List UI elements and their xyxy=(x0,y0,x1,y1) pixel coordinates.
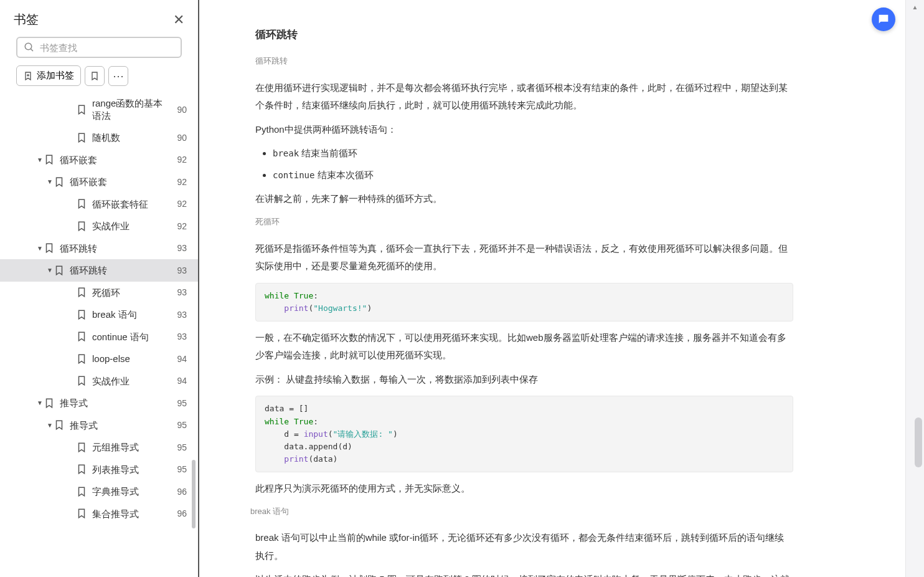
svg-line-1 xyxy=(31,49,33,51)
expand-caret-icon[interactable]: ▼ xyxy=(46,178,54,185)
bookmark-label: 随机数 xyxy=(92,131,172,144)
bookmark-label: 字典推导式 xyxy=(92,485,172,498)
bookmark-item[interactable]: ▼循环跳转93 xyxy=(0,259,198,282)
sub-heading: break 语句 xyxy=(250,504,793,520)
search-icon xyxy=(24,42,35,53)
document-viewport[interactable]: 循环跳转 循环跳转 在使用循环进行实现逻辑时，并不是每次都会将循环执行完毕，或者… xyxy=(199,0,905,577)
bookmark-icon xyxy=(76,353,87,365)
bookmark-icon xyxy=(54,419,65,431)
bookmark-page: 95 xyxy=(172,420,187,430)
bookmark-label: 实战作业 xyxy=(92,375,172,388)
bookmark-icon xyxy=(76,132,87,143)
bookmark-item[interactable]: ▼循环嵌套特征92 xyxy=(0,193,198,216)
bookmark-icon xyxy=(76,375,87,386)
bookmark-page: 93 xyxy=(172,243,187,253)
bookmark-page: 95 xyxy=(172,464,187,474)
bookmark-item[interactable]: ▼循环嵌套92 xyxy=(0,171,198,193)
expand-caret-icon[interactable]: ▼ xyxy=(36,245,44,252)
bookmark-search[interactable] xyxy=(16,37,182,58)
bookmark-item[interactable]: ▼循环嵌套92 xyxy=(0,149,198,171)
chat-icon xyxy=(877,12,890,26)
add-bookmark-button[interactable]: 添加书签 xyxy=(16,65,81,86)
bookmark-item[interactable]: ▼元组推导式95 xyxy=(0,436,198,459)
close-sidebar-button[interactable]: ✕ xyxy=(173,12,184,28)
bookmark-item[interactable]: ▼循环跳转93 xyxy=(0,237,198,260)
bookmark-label: 集合推导式 xyxy=(92,508,172,520)
bookmark-page: 90 xyxy=(172,105,187,115)
bookmark-page: 95 xyxy=(172,442,187,452)
scroll-up-arrow-icon[interactable]: ▲ xyxy=(906,4,924,11)
bookmark-page: 96 xyxy=(172,508,187,518)
expand-caret-icon[interactable]: ▼ xyxy=(46,422,54,429)
assistant-fab-button[interactable] xyxy=(872,7,895,31)
page-scrollbar-thumb[interactable] xyxy=(915,417,922,467)
paragraph: 此程序只为演示死循环的使用方式，并无实际意义。 xyxy=(255,480,793,498)
bookmark-item[interactable]: ▼loop-else94 xyxy=(0,348,198,370)
bookmark-list[interactable]: ▼range函数的基本语法90▼随机数90▼循环嵌套92▼循环嵌套92▼循环嵌套… xyxy=(0,92,198,577)
bookmark-icon xyxy=(44,398,55,409)
bookmark-item[interactable]: ▼死循环93 xyxy=(0,282,198,304)
bookmark-page: 93 xyxy=(172,310,187,320)
bookmark-icon xyxy=(76,486,87,497)
list-item: continue 结束本次循环 xyxy=(273,166,793,184)
bookmark-page: 96 xyxy=(172,487,187,497)
bookmark-icon xyxy=(76,221,87,232)
paragraph: Python中提供两种循环跳转语句： xyxy=(255,121,793,139)
ellipsis-icon: ⋯ xyxy=(113,69,124,83)
svg-point-0 xyxy=(25,43,32,50)
sidebar-scrollbar-thumb[interactable] xyxy=(192,460,196,528)
bookmark-outline-button[interactable] xyxy=(85,66,105,86)
sub-heading: 循环跳转 xyxy=(255,54,793,69)
bookmark-label: 循环嵌套 xyxy=(60,154,172,166)
bookmark-icon xyxy=(76,309,87,320)
bookmark-item[interactable]: ▼continue 语句93 xyxy=(0,326,198,348)
paragraph: 死循环是指循环条件恒等为真，循环会一直执行下去，死循环并不是一种错误语法，反之，… xyxy=(255,240,793,275)
bookmark-item[interactable]: ▼列表推导式95 xyxy=(0,459,198,481)
bookmark-icon xyxy=(54,176,65,188)
bookmark-icon xyxy=(76,331,87,342)
sub-heading: 死循环 xyxy=(255,214,793,230)
list-text: 结束当前循环 xyxy=(299,148,357,158)
paragraph: 在使用循环进行实现逻辑时，并不是每次都会将循环执行完毕，或者循环根本没有结束的条… xyxy=(255,79,793,115)
expand-caret-icon[interactable]: ▼ xyxy=(36,399,44,406)
code-block: data = [] while True: d = input("请输入数据: … xyxy=(255,396,793,472)
bookmark-icon xyxy=(54,265,65,276)
paragraph: 示例： 从键盘持续输入数据，每输入一次，将数据添加到列表中保存 xyxy=(255,371,793,389)
bookmark-item[interactable]: ▼实战作业92 xyxy=(0,215,198,237)
bookmark-icon xyxy=(76,464,87,475)
bookmark-label: loop-else xyxy=(92,353,172,365)
bookmark-page: 93 xyxy=(172,265,187,275)
bookmark-label: 推导式 xyxy=(70,419,172,432)
bookmark-page: 94 xyxy=(172,354,187,364)
bookmark-item[interactable]: ▼实战作业94 xyxy=(0,370,198,393)
section-heading: 循环跳转 xyxy=(255,25,793,45)
bookmark-item[interactable]: ▼推导式95 xyxy=(0,392,198,414)
expand-caret-icon[interactable]: ▼ xyxy=(46,267,54,274)
list-item: break 结束当前循环 xyxy=(273,145,793,163)
bookmark-page: 94 xyxy=(172,376,187,386)
paragraph: 以生活中的跑步为例，计划跑 5 圈，可是在跑到第 2 圈的时候，接到了室友的电话… xyxy=(255,571,793,577)
bookmark-item[interactable]: ▼推导式95 xyxy=(0,414,198,437)
bookmark-page: 92 xyxy=(172,221,187,231)
bookmark-label: 列表推导式 xyxy=(92,464,172,476)
bookmark-search-input[interactable] xyxy=(40,42,174,53)
bookmark-item[interactable]: ▼集合推导式96 xyxy=(0,503,198,525)
bookmark-page: 93 xyxy=(172,287,187,297)
bookmark-icon xyxy=(90,71,100,81)
paragraph: 一般，在不确定循环次数的情况下，可以使用死循环来实现。比如web服务器监听处理客… xyxy=(255,329,793,365)
code-inline: break xyxy=(273,148,299,158)
expand-caret-icon[interactable]: ▼ xyxy=(36,156,44,163)
bookmark-item[interactable]: ▼随机数90 xyxy=(0,126,198,149)
bookmark-icon xyxy=(76,442,87,453)
bookmark-page: 90 xyxy=(172,133,187,143)
page-scrollbar-rail: ▲ xyxy=(905,0,924,577)
bookmark-label: break 语句 xyxy=(92,308,172,321)
paragraph: break 语句可以中止当前的while 或for-in循环，无论循环还有多少次… xyxy=(255,529,793,565)
bookmark-item[interactable]: ▼break 语句93 xyxy=(0,303,198,326)
bookmark-label: 循环嵌套 xyxy=(70,176,172,188)
more-options-button[interactable]: ⋯ xyxy=(108,66,128,86)
bookmark-icon xyxy=(76,508,87,519)
bookmark-item[interactable]: ▼字典推导式96 xyxy=(0,480,198,503)
bookmark-item[interactable]: ▼range函数的基本语法90 xyxy=(0,92,198,126)
bookmark-icon xyxy=(76,104,87,115)
